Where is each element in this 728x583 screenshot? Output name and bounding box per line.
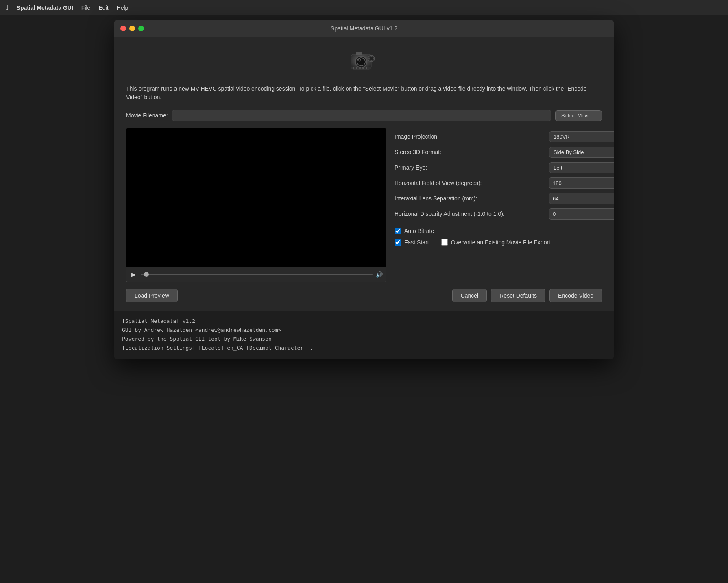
filename-input[interactable] [172,110,551,121]
volume-icon[interactable]: 🔊 [376,271,383,278]
content-area: This program runs a new MV-HEVC spatial … [114,37,614,311]
minimize-button[interactable] [129,26,135,31]
scrubber-thumb [144,272,149,277]
svg-rect-13 [356,67,357,69]
cancel-button[interactable]: Cancel [452,289,487,302]
file-menu[interactable]: File [81,4,91,11]
log-line-1: [Spatial Metadata] v1.2 [122,317,606,326]
svg-point-2 [357,58,365,66]
image-projection-select[interactable]: 180VR 360VR Rectilinear [549,131,614,142]
settings-panel: Image Projection: 180VR 360VR Rectilinea… [395,128,614,282]
main-panel: ▶ 🔊 Image Projection: 180VR 360VR [126,128,602,282]
filename-label: Movie Filename: [126,112,168,119]
video-controls: ▶ 🔊 [126,267,386,282]
fast-start-checkbox-group: Fast Start [395,239,429,246]
svg-rect-4 [356,52,362,55]
log-line-4: [Localization Settings] [Locale] en_CA [… [122,344,606,352]
disparity-control [549,208,614,220]
disparity-row: Horizonal Disparity Adjustment (-1.0 to … [395,207,614,220]
scrubber[interactable] [141,274,373,275]
apple-menu[interactable]:  [6,3,9,12]
primary-eye-row: Primary Eye: Left Right ⌄ [395,161,614,174]
overwrite-checkbox[interactable] [441,239,448,246]
horizontal-fov-row: Horizontal Field of View (degrees): [395,176,614,189]
close-button[interactable] [120,26,126,31]
svg-rect-14 [359,67,361,69]
status-log: [Spatial Metadata] v1.2 GUI by Andrew Ha… [114,311,614,359]
svg-point-6 [370,57,373,60]
edit-menu[interactable]: Edit [98,4,108,11]
interaxial-control [549,193,614,204]
actions-row: Load Preview Cancel Reset Defaults Encod… [126,289,602,302]
interaxial-input[interactable] [549,193,614,204]
disparity-input[interactable] [549,208,614,220]
maximize-button[interactable] [138,26,144,31]
encode-video-button[interactable]: Encode Video [549,289,602,302]
checkboxes-area: Auto Bitrate Fast Start Overwrite an Exi… [395,226,614,246]
primary-eye-control: Left Right ⌄ [549,162,614,173]
log-line-2: GUI by Andrew Hazelden <andrew@andrewhaz… [122,326,606,335]
main-window: Spatial Metadata GUI v1.2 [114,20,614,359]
overwrite-checkbox-group: Overwrite an Existing Movie File Export [441,239,550,246]
menubar:  Spatial Metadata GUI File Edit Help [0,0,728,15]
interaxial-label: Interaxial Lens Separation (mm): [395,195,549,202]
horizontal-fov-label: Horizontal Field of View (degrees): [395,180,549,186]
fast-start-label: Fast Start [404,239,429,246]
stereo-format-control: Side By Side Over Under Mono ⌄ [549,147,614,158]
app-icon-area [126,46,602,78]
auto-bitrate-checkbox[interactable] [395,228,401,234]
horizontal-fov-control [549,177,614,189]
svg-rect-12 [353,67,354,69]
fast-start-row: Fast Start Overwrite an Existing Movie F… [395,237,614,246]
help-menu[interactable]: Help [117,4,129,11]
stereo-format-label: Stereo 3D Format: [395,149,549,155]
interaxial-row: Interaxial Lens Separation (mm): [395,192,614,205]
fast-start-checkbox[interactable] [395,239,401,246]
title-bar: Spatial Metadata GUI v1.2 [114,20,614,37]
select-movie-button[interactable]: Select Movie... [555,110,602,121]
image-projection-control: 180VR 360VR Rectilinear ⌄ [549,131,614,142]
horizontal-fov-input[interactable] [549,177,614,189]
reset-defaults-button[interactable]: Reset Defaults [491,289,545,302]
play-button[interactable]: ▶ [130,270,137,278]
disparity-label: Horizonal Disparity Adjustment (-1.0 to … [395,211,549,217]
svg-rect-15 [362,67,364,69]
window-title: Spatial Metadata GUI v1.2 [331,25,397,32]
video-preview [126,128,386,267]
auto-bitrate-row: Auto Bitrate [395,228,614,234]
stereo-format-row: Stereo 3D Format: Side By Side Over Unde… [395,146,614,159]
log-line-3: Powered by the Spatial CLI tool by Mike … [122,335,606,344]
filename-row: Movie Filename: Select Movie... [126,110,602,121]
image-projection-label: Image Projection: [395,133,549,140]
app-icon [348,46,380,78]
right-buttons: Cancel Reset Defaults Encode Video [452,289,602,302]
primary-eye-label: Primary Eye: [395,164,549,171]
stereo-format-select[interactable]: Side By Side Over Under Mono [549,147,614,158]
video-panel: ▶ 🔊 [126,128,386,282]
auto-bitrate-label: Auto Bitrate [404,228,434,234]
image-projection-row: Image Projection: 180VR 360VR Rectilinea… [395,130,614,143]
traffic-lights [120,26,144,31]
primary-eye-select[interactable]: Left Right [549,162,614,173]
overwrite-label: Overwrite an Existing Movie File Export [451,239,550,246]
description-text: This program runs a new MV-HEVC spatial … [126,85,602,102]
load-preview-button[interactable]: Load Preview [126,289,178,302]
app-name: Spatial Metadata GUI [17,4,73,11]
svg-rect-16 [366,67,367,69]
